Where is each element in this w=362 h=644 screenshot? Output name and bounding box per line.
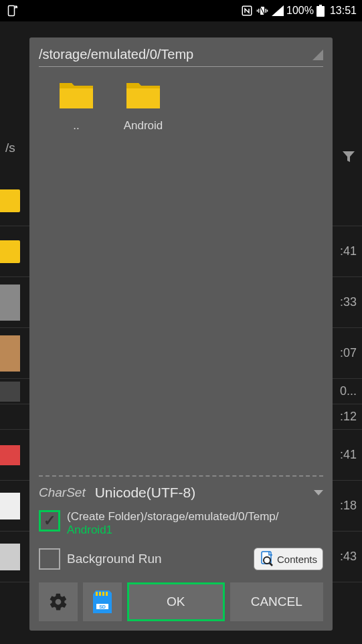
battery-icon [316, 5, 325, 17]
gear-icon [48, 592, 68, 612]
folder-icon [125, 80, 161, 110]
phone-outgoing-icon [5, 5, 17, 17]
bg-time-7: :43 [340, 550, 357, 564]
svg-rect-10 [99, 592, 101, 596]
bg-time-0: :41 [340, 244, 357, 258]
current-path: /storage/emulated/0/Temp [39, 47, 312, 62]
bg-time-5: :41 [340, 448, 357, 462]
path-bar[interactable]: /storage/emulated/0/Temp [39, 47, 323, 67]
cancel-button[interactable]: CANCEL [230, 582, 324, 621]
create-folder-name: Android1 [67, 524, 323, 537]
folder-label: Android [124, 119, 163, 133]
bg-time-6: :18 [340, 499, 357, 513]
cancel-button-label: CANCEL [251, 594, 302, 609]
status-time: 13:51 [330, 5, 357, 17]
charset-label: CharSet [39, 485, 86, 500]
charset-value: Unicode(UTF-8) [95, 485, 314, 501]
svg-rect-9 [96, 592, 98, 596]
nfc-icon [241, 5, 253, 17]
folder-up[interactable]: .. [50, 80, 103, 133]
dialog-button-row: SD OK CANCEL [39, 582, 323, 621]
svg-rect-12 [106, 592, 108, 596]
bg-time-1: :33 [340, 295, 357, 309]
create-folder-text: (Create Folder)/storage/emulated/0/Temp/… [67, 510, 323, 537]
vibrate-icon [256, 5, 269, 17]
filter-icon [341, 149, 357, 165]
bg-time-4: :12 [340, 410, 357, 424]
background-run-label: Background Run [67, 552, 247, 566]
charset-dropdown[interactable]: CharSet Unicode(UTF-8) [39, 482, 323, 507]
folder-android[interactable]: Android [116, 80, 170, 133]
ok-button-label: OK [167, 594, 185, 609]
folder-icon [58, 80, 94, 110]
bg-time-3: 0... [340, 384, 357, 398]
separator [39, 475, 323, 477]
contents-button-label: Contents [277, 554, 317, 565]
create-folder-path: (Create Folder)/storage/emulated/0/Temp/ [67, 510, 279, 523]
file-browser-dialog: /storage/emulated/0/Temp .. Android Char… [29, 37, 333, 631]
contents-button[interactable]: Contents [254, 548, 323, 570]
chevron-down-icon [314, 490, 323, 495]
sdcard-button[interactable]: SD [83, 582, 122, 621]
create-folder-checkbox[interactable] [39, 510, 60, 532]
sdcard-icon: SD [93, 590, 112, 613]
svg-rect-4 [316, 6, 325, 17]
status-bar: 100% 13:51 [0, 0, 362, 21]
magnifier-document-icon [260, 551, 274, 567]
bg-time-2: :07 [340, 346, 357, 360]
path-expand-icon [312, 50, 323, 60]
battery-percent: 100% [286, 5, 314, 17]
svg-rect-11 [102, 592, 104, 596]
signal-icon [272, 5, 284, 16]
folder-grid: .. Android [39, 80, 323, 470]
svg-rect-5 [319, 5, 322, 6]
ok-button[interactable]: OK [127, 582, 225, 621]
settings-button[interactable] [39, 582, 78, 621]
bg-path-prefix: /s [0, 141, 15, 155]
background-run-checkbox[interactable] [39, 548, 60, 570]
svg-rect-0 [9, 6, 15, 16]
create-folder-option: (Create Folder)/storage/emulated/0/Temp/… [39, 507, 323, 540]
background-run-row: Background Run Contents [39, 540, 323, 578]
svg-text:SD: SD [99, 605, 106, 609]
folder-label: .. [73, 119, 79, 133]
svg-line-8 [270, 563, 272, 566]
